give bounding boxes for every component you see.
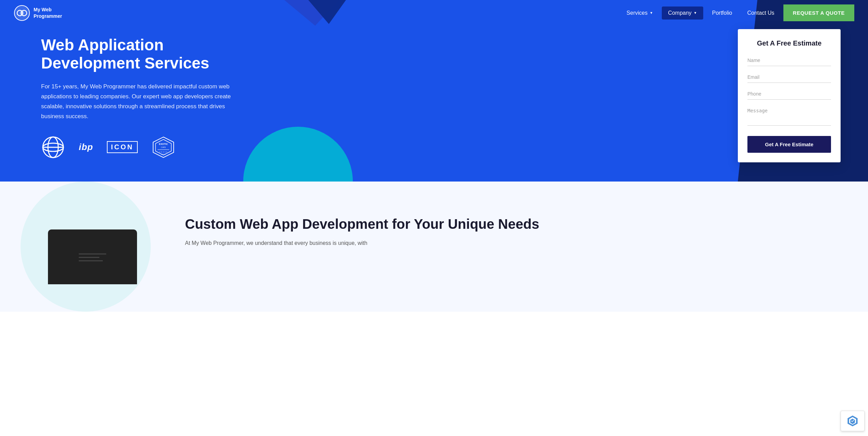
svg-rect-20 bbox=[79, 260, 103, 261]
svg-rect-19 bbox=[79, 257, 99, 258]
second-text-area: Custom Web App Development for Your Uniq… bbox=[185, 209, 841, 248]
phone-input[interactable] bbox=[747, 88, 831, 100]
svg-text:GROUP: GROUP bbox=[161, 153, 166, 155]
nav-links: Services ▼ Company ▼ Portfolio Contact U… bbox=[620, 4, 854, 21]
nav-company[interactable]: Company ▼ bbox=[662, 7, 703, 20]
svg-text:EXOTIC: EXOTIC bbox=[159, 143, 168, 145]
estimate-form-card: Get A Free Estimate Get A Free Estimate bbox=[738, 29, 841, 162]
logo-ibp: ibp bbox=[79, 142, 93, 152]
hero-section: Web Application Development Services For… bbox=[0, 0, 868, 182]
email-field-group bbox=[747, 72, 831, 83]
email-input[interactable] bbox=[747, 72, 831, 83]
nav-portfolio[interactable]: Portfolio bbox=[706, 7, 739, 20]
second-section: Custom Web App Development for Your Uniq… bbox=[0, 182, 868, 312]
client-logos: ibp ICON EXOTIC CARS ★ ★ ★ ★ ★ GROUP bbox=[41, 135, 240, 159]
logo-icon bbox=[14, 5, 30, 21]
hero-title: Web Application Development Services bbox=[41, 36, 240, 72]
device-mockup bbox=[48, 229, 137, 284]
device-screen bbox=[48, 229, 137, 284]
logo-esfera bbox=[41, 135, 65, 159]
navbar: My Web Programmer Services ▼ Company ▼ P… bbox=[0, 0, 868, 26]
message-textarea[interactable] bbox=[747, 105, 831, 126]
esfera-svg bbox=[41, 135, 65, 159]
logo-text: My Web Programmer bbox=[34, 7, 62, 19]
logo-icon: ICON bbox=[107, 141, 138, 153]
name-input[interactable] bbox=[747, 55, 831, 66]
svg-point-3 bbox=[20, 10, 24, 16]
request-quote-button[interactable]: REQUEST A QUOTE bbox=[783, 4, 854, 21]
hero-description: For 15+ years, My Web Programmer has del… bbox=[41, 82, 240, 122]
second-image-area bbox=[21, 209, 164, 284]
svg-text:★ ★ ★ ★ ★: ★ ★ ★ ★ ★ bbox=[159, 151, 168, 153]
second-section-title: Custom Web App Development for Your Uniq… bbox=[185, 216, 841, 232]
services-dropdown-arrow: ▼ bbox=[649, 11, 653, 15]
second-section-description: At My Web Programmer, we understand that… bbox=[185, 238, 841, 248]
nav-services[interactable]: Services ▼ bbox=[620, 7, 659, 20]
form-submit-button[interactable]: Get A Free Estimate bbox=[747, 136, 831, 153]
svg-text:CARS: CARS bbox=[161, 146, 166, 148]
phone-field-group bbox=[747, 88, 831, 100]
company-dropdown-arrow: ▼ bbox=[694, 11, 697, 15]
nav-contact[interactable]: Contact Us bbox=[741, 7, 780, 20]
logo[interactable]: My Web Programmer bbox=[14, 5, 62, 21]
hero-content: Web Application Development Services For… bbox=[0, 2, 260, 179]
form-title: Get A Free Estimate bbox=[747, 39, 831, 47]
message-field-group bbox=[747, 105, 831, 127]
svg-rect-18 bbox=[79, 253, 106, 254]
name-field-group bbox=[747, 55, 831, 66]
logo-exotic-cars: EXOTIC CARS ★ ★ ★ ★ ★ GROUP bbox=[151, 135, 175, 159]
